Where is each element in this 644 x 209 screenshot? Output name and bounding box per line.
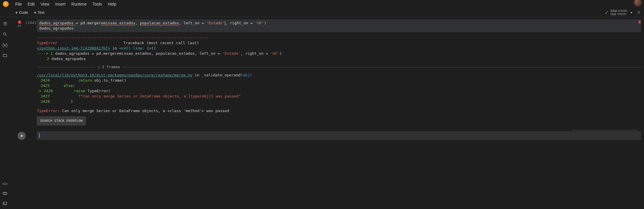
add-text-label: Text xyxy=(38,10,45,15)
menu-help[interactable]: Help xyxy=(105,1,119,8)
variables-icon[interactable]: {x} xyxy=(2,42,8,47)
ram-disk-meter: RAM Disk xyxy=(611,9,627,16)
menu-tools[interactable]: Tools xyxy=(89,1,105,8)
svg-point-0 xyxy=(4,33,6,35)
code-editor[interactable] xyxy=(37,131,641,140)
frames-toggle[interactable]: ⇳ 2 frames xyxy=(37,64,641,70)
merge-py-link[interactable]: /usr/local/lib/python3.10/dist-packages/… xyxy=(37,73,192,77)
traceback-label: Traceback (most recent call last) xyxy=(123,41,199,45)
code-cell[interactable]: ! 0s [144] dados_agrupados = pd.merge(em… xyxy=(13,19,641,125)
menu-insert[interactable]: Insert xyxy=(52,1,68,8)
top-menu: File Edit View Insert Runtime Tools Help xyxy=(0,0,644,8)
menu-file[interactable]: File xyxy=(12,1,25,8)
check-icon: ✓ xyxy=(605,9,609,16)
disk-label: Disk xyxy=(611,13,616,16)
menu-runtime[interactable]: Runtime xyxy=(68,1,89,8)
add-code-label: Code xyxy=(19,10,28,15)
final-error-type: TypeError xyxy=(37,109,57,113)
cell-gutter: ! 0s xyxy=(13,20,26,28)
code-editor[interactable]: dados_agrupados = pd.merge(emissao_estad… xyxy=(37,19,641,32)
left-rail: ☰ {x} <> xyxy=(0,17,10,209)
add-code-button[interactable]: + Code xyxy=(12,9,31,16)
search-stack-overflow-button[interactable]: SEARCH STACK OVERFLOW xyxy=(37,117,86,125)
final-error-msg: : Can only merge Series or DataFrame obj… xyxy=(57,109,229,113)
toc-icon[interactable]: ☰ xyxy=(2,21,8,26)
files-icon[interactable] xyxy=(2,53,8,58)
resource-dropdown[interactable]: ▾ xyxy=(629,10,634,15)
menu-view[interactable]: View xyxy=(38,1,52,8)
error-type: TypeError xyxy=(37,41,57,45)
ipython-link[interactable]: <ipython-input-144-fc42988417bf> xyxy=(37,46,110,50)
frames-count: 2 frames xyxy=(102,64,120,70)
avatar[interactable] xyxy=(634,0,642,6)
cursor xyxy=(39,133,39,138)
code-cell[interactable]: ↑ ↓ ⋮ xyxy=(13,131,641,140)
colab-logo xyxy=(3,1,9,7)
notebook-area: ! 0s [144] dados_agrupados = pd.merge(em… xyxy=(10,17,644,209)
collapse-toolbar[interactable]: ᐱ xyxy=(636,10,642,15)
svg-rect-4 xyxy=(3,202,7,205)
insert-toolbar: + Code + Text ✓ RAM Disk ▾ ᐱ xyxy=(0,8,644,17)
exec-count: [144] xyxy=(25,20,37,25)
menu-edit[interactable]: Edit xyxy=(25,1,38,8)
plus-icon: + xyxy=(34,10,37,15)
cell-output: ----------------------------------------… xyxy=(37,35,641,125)
add-text-button[interactable]: + Text xyxy=(31,9,48,16)
run-button[interactable] xyxy=(18,132,26,140)
error-icon: ! xyxy=(18,20,21,24)
svg-rect-2 xyxy=(3,192,7,195)
command-palette-icon[interactable] xyxy=(2,191,8,196)
exec-time: 0s xyxy=(18,24,21,28)
plus-icon: + xyxy=(15,10,18,15)
resource-indicator[interactable]: ✓ RAM Disk ▾ ᐱ xyxy=(605,9,642,16)
code-snippets-icon[interactable]: <> xyxy=(2,181,8,186)
traceback-divider: ----------------------------------------… xyxy=(37,35,641,40)
disk-bar xyxy=(617,13,626,15)
ram-label: RAM xyxy=(611,9,617,13)
search-icon[interactable] xyxy=(2,32,8,37)
expand-icon: ⇳ xyxy=(98,64,100,70)
error-marker xyxy=(639,20,640,23)
svg-line-1 xyxy=(6,35,7,36)
ram-bar xyxy=(618,10,627,12)
terminal-icon[interactable] xyxy=(2,201,8,206)
